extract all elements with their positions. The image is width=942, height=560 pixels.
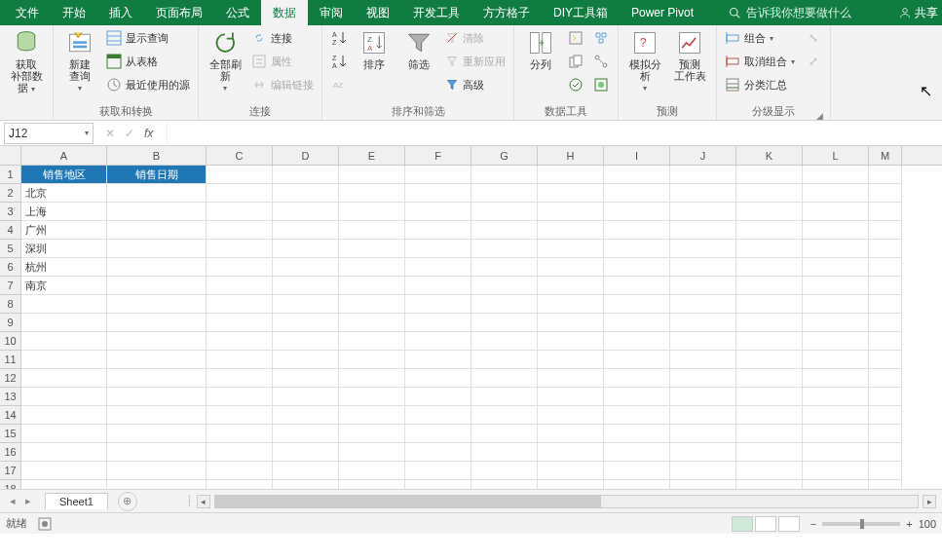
cell[interactable] xyxy=(604,462,670,480)
cell[interactable] xyxy=(604,221,670,240)
cell[interactable] xyxy=(405,166,471,184)
cell[interactable] xyxy=(207,443,273,462)
zoom-in-button[interactable]: + xyxy=(906,518,912,530)
cell[interactable] xyxy=(273,425,339,443)
cell[interactable] xyxy=(21,388,107,406)
cell[interactable] xyxy=(405,406,471,425)
cell[interactable] xyxy=(107,203,207,221)
row-header-5[interactable]: 5 xyxy=(0,240,20,258)
col-header-G[interactable]: G xyxy=(471,146,538,165)
cell[interactable] xyxy=(273,480,339,489)
cell[interactable] xyxy=(471,184,538,203)
tab-layout[interactable]: 页面布局 xyxy=(144,0,214,25)
cell[interactable] xyxy=(273,277,339,295)
cell[interactable] xyxy=(339,184,405,203)
cell[interactable] xyxy=(538,332,604,351)
tab-ffgz[interactable]: 方方格子 xyxy=(471,0,542,25)
cell[interactable] xyxy=(471,277,538,295)
cell[interactable] xyxy=(670,443,736,462)
cell[interactable] xyxy=(21,480,107,489)
cell[interactable] xyxy=(207,406,273,425)
cell[interactable] xyxy=(471,314,538,332)
cell[interactable] xyxy=(538,462,604,480)
row-header-8[interactable]: 8 xyxy=(0,295,20,314)
cell[interactable] xyxy=(273,332,339,351)
cell[interactable] xyxy=(736,240,803,258)
remove-duplicates-button[interactable] xyxy=(565,51,586,72)
cell[interactable] xyxy=(207,351,273,369)
cell[interactable] xyxy=(869,462,902,480)
recent-sources-button[interactable]: 最近使用的源 xyxy=(104,74,192,95)
cell[interactable] xyxy=(21,425,107,443)
cell[interactable] xyxy=(405,258,471,277)
new-query-button[interactable]: 新建 查询▾ xyxy=(59,27,100,93)
text-to-columns-button[interactable]: 分列 xyxy=(520,27,561,70)
name-box[interactable]: J12 ▾ xyxy=(4,123,94,144)
forecast-sheet-button[interactable]: 预测 工作表 xyxy=(669,27,710,82)
cell[interactable] xyxy=(538,443,604,462)
row-header-12[interactable]: 12 xyxy=(0,369,20,388)
cell[interactable] xyxy=(107,406,207,425)
cell[interactable] xyxy=(339,425,405,443)
row-header-1[interactable]: 1 xyxy=(0,166,20,184)
cell[interactable] xyxy=(107,425,207,443)
cell[interactable] xyxy=(339,258,405,277)
cell[interactable] xyxy=(604,369,670,388)
cell[interactable] xyxy=(339,332,405,351)
col-header-E[interactable]: E xyxy=(339,146,405,165)
cell[interactable] xyxy=(471,332,538,351)
col-header-I[interactable]: I xyxy=(604,146,670,165)
cell[interactable] xyxy=(803,480,869,489)
cell[interactable] xyxy=(471,221,538,240)
cell[interactable] xyxy=(207,258,273,277)
tab-review[interactable]: 审阅 xyxy=(308,0,355,25)
cell[interactable] xyxy=(670,240,736,258)
cell[interactable] xyxy=(803,184,869,203)
enter-icon[interactable]: ✓ xyxy=(125,127,134,140)
cell[interactable] xyxy=(736,203,803,221)
hscroll-track[interactable] xyxy=(214,495,919,508)
cell[interactable] xyxy=(207,240,273,258)
cell[interactable] xyxy=(803,240,869,258)
cell[interactable] xyxy=(21,314,107,332)
cell[interactable] xyxy=(869,203,902,221)
cell[interactable] xyxy=(869,277,902,295)
cell[interactable] xyxy=(869,332,902,351)
get-external-data-button[interactable]: 获取补部数据 ▾ xyxy=(6,27,47,95)
col-header-K[interactable]: K xyxy=(736,146,803,165)
cell[interactable] xyxy=(736,443,803,462)
cell[interactable] xyxy=(670,277,736,295)
cell[interactable] xyxy=(339,351,405,369)
cell[interactable] xyxy=(405,369,471,388)
cell[interactable] xyxy=(604,332,670,351)
cell[interactable] xyxy=(21,332,107,351)
cell[interactable] xyxy=(869,369,902,388)
cell[interactable] xyxy=(405,351,471,369)
cell[interactable] xyxy=(107,369,207,388)
cell[interactable] xyxy=(736,369,803,388)
zoom-out-button[interactable]: − xyxy=(810,518,816,530)
cells-area[interactable]: 销售地区销售日期北京上海广州深圳杭州南京 xyxy=(21,166,942,489)
row-header-18[interactable]: 18 xyxy=(0,480,20,489)
cell[interactable] xyxy=(207,295,273,314)
cell[interactable] xyxy=(670,388,736,406)
cell[interactable] xyxy=(273,351,339,369)
cell[interactable] xyxy=(339,166,405,184)
ungroup-button[interactable]: 取消组合 ▾ xyxy=(723,51,797,72)
cell[interactable] xyxy=(471,406,538,425)
cell[interactable] xyxy=(670,480,736,489)
edit-links-button[interactable]: 编辑链接 xyxy=(249,74,316,95)
cell[interactable] xyxy=(339,277,405,295)
cell[interactable] xyxy=(107,258,207,277)
cell[interactable] xyxy=(604,425,670,443)
row-header-15[interactable]: 15 xyxy=(0,425,20,443)
refresh-all-button[interactable]: 全部刷新▾ xyxy=(205,27,245,93)
cell[interactable] xyxy=(670,332,736,351)
sort-button[interactable]: ZA 排序 xyxy=(354,27,395,70)
cell[interactable] xyxy=(405,277,471,295)
col-header-C[interactable]: C xyxy=(207,146,273,165)
cell[interactable] xyxy=(670,351,736,369)
cell[interactable] xyxy=(803,462,869,480)
cell[interactable] xyxy=(803,369,869,388)
name-box-dropdown-icon[interactable]: ▾ xyxy=(85,129,89,137)
